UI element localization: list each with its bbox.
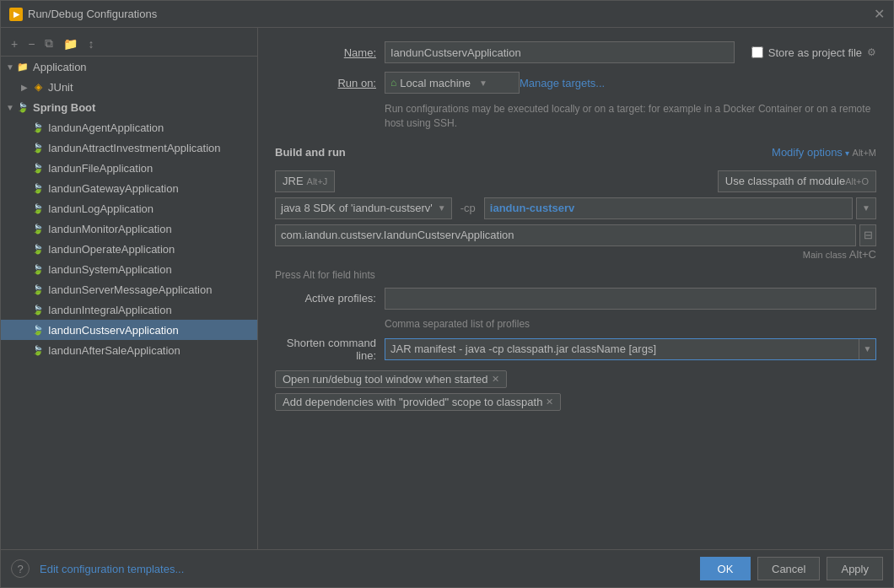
sidebar-label-attract: IandunAttractInvestmentApplication [48,142,221,154]
sidebar-label-springboot: Spring Boot [33,101,95,114]
tag-open-window: Open run/debug tool window when started … [275,370,507,388]
dialog-footer: ? Edit configuration templates... OK Can… [1,549,893,587]
apply-button[interactable]: Apply [827,557,883,580]
expand-icon-springboot[interactable]: ▼ [6,103,16,112]
sidebar-label-gateway: IandunGatewayApplication [48,182,179,195]
sidebar-item-application[interactable]: ▼ 📁 Application [1,57,257,77]
app-icon-gateway: 🍃 [31,181,45,195]
tag-open-window-close[interactable]: ✕ [492,374,499,385]
manage-targets-link[interactable]: Manage targets... [520,77,605,89]
run-on-row: Run on: ⌂ Local machine ▼ Manage targets… [275,72,876,94]
sidebar-label-integral: IandunIntegralApplication [48,304,172,316]
active-profiles-input[interactable] [385,288,876,310]
sidebar-label-servermsg: IandunServerMessageApplication [48,283,212,296]
modify-chevron-icon: ▾ [845,148,849,158]
sidebar-label-log: IandunLogApplication [48,202,153,215]
app-icon-monitor: 🍃 [31,222,45,235]
jre-button[interactable]: JRE Alt+J [275,170,335,192]
ok-button[interactable]: OK [700,557,751,580]
app-icon-operate: 🍃 [31,242,45,256]
home-icon: ⌂ [390,77,396,89]
app-icon-custserv: 🍃 [31,323,45,337]
remove-config-button[interactable]: − [24,35,38,52]
dialog-body: + − ⧉ 📁 ↕ ▼ 📁 Application ▶ ◈ JUnit [1,28,893,549]
settings-icon: ⚙ [867,46,876,58]
sidebar-item-iandunattract[interactable]: 🍃 IandunAttractInvestmentApplication [1,138,257,158]
sort-config-button[interactable]: ↕ [84,35,97,52]
app-icon-aftersale: 🍃 [31,343,45,357]
run-on-label: Run on: [275,77,385,89]
name-label: Name: [275,46,385,59]
sidebar-item-iandunintegral[interactable]: 🍃 IandunIntegralApplication [1,299,257,320]
cp-input[interactable]: iandun-custserv [484,197,853,219]
use-classpath-text: Use classpath of module [725,175,845,187]
dialog-title: Run/Debug Configurations [28,8,874,20]
sidebar-label-file: IandunFileApplication [48,162,153,175]
edit-config-templates-link[interactable]: Edit configuration templates... [40,563,184,575]
tags-row2: Add dependencies with "provided" scope t… [275,393,876,411]
tag-add-dependencies: Add dependencies with "provided" scope t… [275,393,561,411]
sidebar-item-iandunfile[interactable]: 🍃 IandunFileApplication [1,158,257,178]
module-select[interactable]: ▼ [856,197,876,219]
name-input[interactable] [385,41,735,63]
run-on-label-text: Run on: [337,77,376,89]
sidebar-item-iandungateway[interactable]: 🍃 IandunGatewayApplication [1,178,257,198]
sidebar-item-iandunservermsg[interactable]: 🍃 IandunServerMessageApplication [1,279,257,299]
app-icon-system: 🍃 [31,262,45,276]
modify-options-link[interactable]: Modify options ▾ Alt+M [772,146,876,159]
sidebar-item-iandunoperate[interactable]: 🍃 IandunOperateApplication [1,239,257,259]
app-icon-integral: 🍃 [31,303,45,316]
app-icon-file: 🍃 [31,161,45,175]
sidebar-item-iandunlog[interactable]: 🍃 IandunLogApplication [1,198,257,218]
store-project-label[interactable]: Store as project file ⚙ [751,46,876,59]
app-icon-agent: 🍃 [31,121,45,134]
expand-icon-application[interactable]: ▼ [6,62,16,72]
footer-left: ? Edit configuration templates... [11,559,184,578]
junit-icon: ◈ [31,80,45,94]
press-hint: Press Alt for field hints [275,269,876,281]
sidebar-item-junit[interactable]: ▶ ◈ JUnit [1,77,257,97]
main-class-input[interactable] [275,224,856,246]
tags-row: Open run/debug tool window when started … [275,370,876,388]
sidebar-item-iandunsustserv[interactable]: 🍃 IandunCustservApplication [1,320,257,340]
cp-value: iandun-custserv [490,202,574,214]
sidebar-item-iandunagent[interactable]: 🍃 IandunAgentApplication [1,117,257,138]
use-classpath-button[interactable]: Use classpath of module Alt+O [718,170,876,192]
fold-icon: ⊟ [864,229,873,241]
cancel-button[interactable]: Cancel [757,557,820,580]
store-project-checkbox[interactable] [751,46,763,58]
run-on-select[interactable]: ⌂ Local machine ▼ [385,72,520,94]
sidebar-label-application: Application [33,61,87,73]
sidebar-item-iandunaftersale[interactable]: 🍃 IandunAfterSaleApplication [1,340,257,360]
sidebar-item-springboot[interactable]: ▼ 🍃 Spring Boot [1,97,257,117]
expand-icon-junit[interactable]: ▶ [21,83,31,92]
help-button[interactable]: ? [11,559,30,578]
sidebar-label-agent: IandunAgentApplication [48,121,164,134]
fold-button[interactable]: ⊟ [859,224,876,246]
modify-options-text: Modify options [772,146,843,159]
shorten-cmd-select[interactable]: JAR manifest - java -cp classpath.jar cl… [385,338,876,360]
tag-add-dependencies-text: Add dependencies with "provided" scope t… [283,396,542,408]
sidebar: + − ⧉ 📁 ↕ ▼ 📁 Application ▶ ◈ JUnit [1,28,258,549]
sidebar-item-iandunsystem[interactable]: 🍃 IandunSystemApplication [1,259,257,279]
build-run-section: Build and run Modify options ▾ Alt+M JRE… [275,139,876,261]
main-class-hint: Main class Alt+C [803,248,876,261]
close-button[interactable]: ✕ [874,6,885,22]
shorten-chevron-icon[interactable]: ▼ [859,339,875,359]
run-debug-dialog: ▶ Run/Debug Configurations ✕ + − ⧉ 📁 ↕ ▼… [0,0,894,588]
sidebar-label-custserv: IandunCustservApplication [48,324,179,337]
add-config-button[interactable]: + [8,35,21,52]
store-project-text: Store as project file [768,46,862,59]
folder-config-button[interactable]: 📁 [60,35,81,52]
module-chevron-icon: ▼ [862,203,870,213]
tag-add-dependencies-close[interactable]: ✕ [546,396,553,407]
shorten-cmd-value: JAR manifest - java -cp classpath.jar cl… [385,343,859,355]
run-hint-text: Run configurations may be executed local… [385,102,876,131]
jre-label: JRE [283,175,304,187]
sdk-select[interactable]: java 8 SDK of 'iandun-custserv' ▼ [275,197,452,219]
sidebar-item-iandunmonitor[interactable]: 🍃 IandunMonitorApplication [1,218,257,239]
sidebar-label-junit: JUnit [48,81,73,94]
copy-config-button[interactable]: ⧉ [41,35,57,52]
sidebar-label-operate: IandunOperateApplication [48,243,175,256]
build-run-title: Build and run [275,146,346,159]
